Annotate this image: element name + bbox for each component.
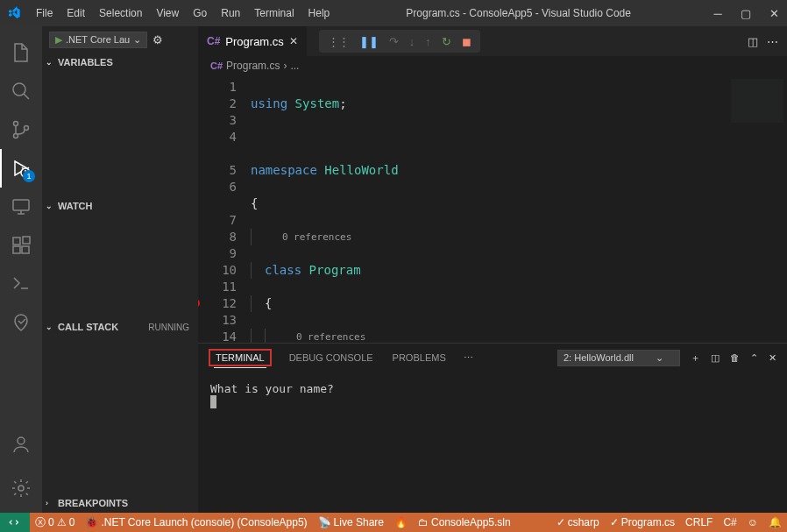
panel-tabs: TERMINAL DEBUG CONSOLE PROBLEMS ⋯ 2: Hel… — [198, 344, 787, 372]
debug-badge: 1 — [23, 170, 35, 182]
kill-terminal-icon[interactable]: 🗑 — [730, 352, 740, 363]
status-bell-icon[interactable]: 🔔 — [763, 513, 787, 532]
svg-point-10 — [18, 437, 25, 444]
search-icon[interactable] — [0, 72, 42, 110]
status-launch[interactable]: 🐞 .NET Core Launch (console) (ConsoleApp… — [80, 513, 312, 532]
status-errors[interactable]: ⓧ 0 ⚠ 0 — [30, 513, 80, 532]
breakpoint-icon[interactable] — [198, 299, 200, 308]
minimap[interactable] — [713, 75, 787, 343]
chevron-down-icon: ⌄ — [46, 58, 58, 67]
launch-bar: ▶ .NET Core Lau ⌄ ⚙ — [42, 26, 198, 53]
launch-config-select[interactable]: ▶ .NET Core Lau ⌄ — [49, 32, 147, 48]
tab-problems[interactable]: PROBLEMS — [391, 349, 448, 366]
restart-button[interactable]: ↻ — [442, 35, 451, 48]
main-layout: 1 ▶ .NET Core Lau ⌄ ⚙ ⌄VARIABLES ⌄WATCH … — [0, 26, 787, 513]
debug-toolbar[interactable]: ⋮⋮ ❚❚ ↷ ↓ ↑ ↻ ◼ — [319, 30, 480, 53]
panel-more-icon[interactable]: ⋯ — [464, 352, 473, 364]
breadcrumb-file[interactable]: Program.cs — [226, 60, 280, 72]
status-lang[interactable]: C# — [718, 513, 741, 532]
run-debug-icon[interactable]: 1 — [0, 149, 42, 188]
tab-terminal[interactable]: TERMINAL — [209, 349, 272, 366]
status-liveshare[interactable]: 📡 Live Share — [313, 513, 389, 532]
menu-help[interactable]: Help — [302, 4, 337, 23]
status-flame[interactable]: 🔥 — [389, 513, 413, 532]
minimize-button[interactable]: ─ — [712, 7, 724, 20]
stop-button[interactable]: ◼ — [462, 35, 471, 48]
play-icon: ▶ — [55, 34, 62, 46]
menu-terminal[interactable]: Terminal — [248, 4, 300, 23]
svg-rect-8 — [22, 246, 29, 253]
svg-point-1 — [14, 122, 18, 126]
maximize-button[interactable]: ▢ — [740, 7, 752, 20]
tab-close-icon[interactable]: ✕ — [289, 35, 298, 47]
breadcrumb-more[interactable]: ... — [290, 60, 299, 72]
statusbar: ⓧ 0 ⚠ 0 🐞 .NET Core Launch (console) (Co… — [0, 513, 787, 532]
drag-grip-icon[interactable]: ⋮⋮ — [328, 35, 349, 48]
split-editor-icon[interactable]: ◫ — [748, 35, 758, 48]
liveshare-icon[interactable] — [0, 303, 42, 342]
callstack-status: RUNNING — [148, 323, 195, 332]
svg-rect-9 — [23, 237, 30, 244]
tab-debug-console[interactable]: DEBUG CONSOLE — [287, 349, 375, 366]
breakpoints-section[interactable]: ›BREAKPOINTS — [42, 493, 198, 513]
titlebar: File Edit Selection View Go Run Terminal… — [0, 0, 787, 26]
tab-program-cs[interactable]: C# Program.cs ✕ — [198, 26, 307, 56]
chevron-right-icon: › — [46, 499, 58, 507]
more-actions-icon[interactable]: ⋯ — [767, 35, 778, 48]
status-sln[interactable]: 🗀 ConsoleApp5.sln — [413, 513, 516, 532]
pause-button[interactable]: ❚❚ — [359, 35, 379, 48]
variables-label: VARIABLES — [58, 57, 113, 67]
terminal-cursor — [210, 395, 216, 408]
terminal-select[interactable]: 2: HelloWorld.dll ⌄ — [557, 350, 680, 366]
code-content[interactable]: using System; namespace HelloWorld { 0 r… — [251, 75, 713, 343]
accounts-icon[interactable] — [0, 425, 42, 464]
status-program[interactable]: ✓ Program.cs — [605, 513, 680, 532]
debug-sidebar: ▶ .NET Core Lau ⌄ ⚙ ⌄VARIABLES ⌄WATCH ⌄C… — [42, 26, 198, 513]
menubar: File Edit Selection View Go Run Terminal… — [30, 4, 336, 23]
close-panel-icon[interactable]: ✕ — [769, 352, 776, 364]
menu-run[interactable]: Run — [215, 4, 246, 23]
line-gutter[interactable]: 1 2 3 4 5 6 7 8 9 10 11 12 13 14 15 — [198, 75, 251, 343]
watch-section[interactable]: ⌄WATCH — [42, 196, 198, 216]
remote-window-icon[interactable] — [0, 265, 42, 303]
status-csharp[interactable]: ✓ csharp — [551, 513, 605, 532]
svg-point-11 — [18, 486, 24, 491]
terminal-output: What is your name? — [210, 382, 775, 395]
code-editor[interactable]: 1 2 3 4 5 6 7 8 9 10 11 12 13 14 15 — [198, 75, 713, 343]
step-out-button[interactable]: ↑ — [425, 35, 431, 48]
step-over-button[interactable]: ↷ — [389, 35, 399, 48]
extensions-icon[interactable] — [0, 226, 42, 265]
settings-icon[interactable] — [0, 469, 42, 507]
menu-view[interactable]: View — [150, 4, 185, 23]
status-feedback-icon[interactable]: ☺ — [742, 513, 763, 532]
remote-indicator[interactable] — [0, 513, 30, 532]
status-eol[interactable]: CRLF — [680, 513, 718, 532]
editor-actions: ◫ ⋯ — [748, 35, 787, 48]
variables-section[interactable]: ⌄VARIABLES — [42, 53, 198, 72]
new-terminal-icon[interactable]: ＋ — [691, 351, 700, 365]
activitybar: 1 — [0, 26, 42, 513]
callstack-label: CALL STACK — [58, 322, 118, 332]
terminal-body[interactable]: What is your name? — [198, 372, 787, 513]
menu-edit[interactable]: Edit — [60, 4, 91, 23]
explorer-icon[interactable] — [0, 33, 42, 72]
source-control-icon[interactable] — [0, 110, 42, 149]
breakpoints-label: BREAKPOINTS — [58, 498, 128, 508]
window-controls: ─ ▢ ✕ — [712, 7, 780, 20]
remote-explorer-icon[interactable] — [0, 188, 42, 226]
step-into-button[interactable]: ↓ — [409, 35, 415, 48]
close-button[interactable]: ✕ — [768, 7, 780, 20]
svg-point-2 — [14, 134, 18, 138]
maximize-panel-icon[interactable]: ⌃ — [750, 352, 758, 364]
watch-label: WATCH — [58, 201, 93, 211]
split-terminal-icon[interactable]: ◫ — [711, 352, 720, 364]
menu-selection[interactable]: Selection — [93, 4, 148, 23]
svg-rect-6 — [13, 238, 20, 245]
chevron-down-icon: ⌄ — [46, 202, 58, 210]
menu-file[interactable]: File — [30, 4, 59, 23]
breadcrumb[interactable]: C# Program.cs › ... — [198, 56, 787, 75]
launch-settings-icon[interactable]: ⚙ — [152, 33, 163, 46]
callstack-section[interactable]: ⌄CALL STACKRUNNING — [42, 317, 198, 337]
tab-label: Program.cs — [225, 35, 283, 48]
menu-go[interactable]: Go — [187, 4, 213, 23]
